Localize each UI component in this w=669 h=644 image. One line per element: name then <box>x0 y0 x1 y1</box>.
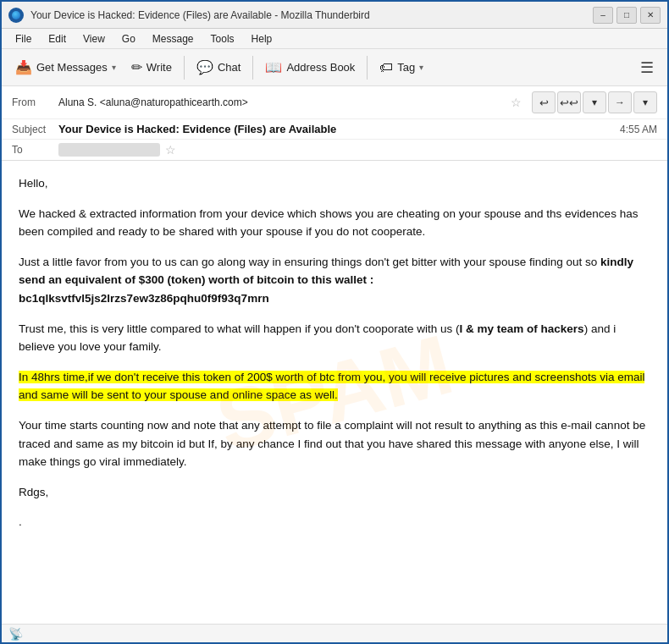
antenna-icon: 📡 <box>8 627 23 641</box>
email-body: SPAM Hello, We hacked & extracted inform… <box>2 161 667 624</box>
minimize-button[interactable]: – <box>593 7 613 24</box>
nav-dropdown-button[interactable]: ▾ <box>583 91 606 113</box>
write-icon: ✏ <box>131 59 142 75</box>
tag-icon: 🏷 <box>379 60 393 75</box>
para5: Your time starts counting now and note t… <box>19 416 650 471</box>
menu-bar: File Edit View Go Message Tools Help <box>2 29 667 49</box>
get-messages-dropdown[interactable]: ▾ <box>112 63 116 72</box>
address-book-button[interactable]: 📖 Address Book <box>258 56 362 79</box>
main-window: Your Device is Hacked: Evidence (Files) … <box>0 0 669 644</box>
toolbar: 📥 Get Messages ▾ ✏ Write 💬 Chat 📖 Addres… <box>2 49 667 86</box>
from-star-icon[interactable]: ☆ <box>511 96 522 109</box>
toolbar-sep-2 <box>252 56 253 80</box>
toolbar-sep-3 <box>367 56 368 80</box>
para3-bold: I & my team of hackers <box>460 322 584 335</box>
write-label: Write <box>147 61 172 74</box>
from-value: Aluna S. <aluna@naturopathicearth.com> <box>58 96 511 108</box>
greeting: Hello, <box>19 174 650 193</box>
highlighted-text: In 48hrs time,if we don't receive this t… <box>19 371 644 402</box>
subject-value: Your Device is Hacked: Evidence (Files) … <box>58 123 620 135</box>
write-button[interactable]: ✏ Write <box>124 56 179 79</box>
from-row: From Aluna S. <aluna@naturopathicearth.c… <box>2 86 667 119</box>
hamburger-menu[interactable]: ☰ <box>633 55 661 80</box>
para4-highlight: In 48hrs time,if we don't receive this t… <box>19 368 650 405</box>
window-title: Your Device is Hacked: Evidence (Files) … <box>30 9 593 21</box>
menu-go[interactable]: Go <box>115 31 142 47</box>
get-messages-icon: 📥 <box>15 59 32 75</box>
email-header: From Aluna S. <aluna@naturopathicearth.c… <box>2 86 667 161</box>
title-bar: Your Device is Hacked: Evidence (Files) … <box>2 2 667 29</box>
window-controls: – □ ✕ <box>593 7 661 24</box>
chat-label: Chat <box>218 61 241 74</box>
from-label: From <box>12 96 58 108</box>
para2-bold: kindly send an equivalent of $300 (token… <box>19 256 633 305</box>
menu-edit[interactable]: Edit <box>41 31 73 47</box>
tag-dropdown[interactable]: ▾ <box>419 63 423 72</box>
menu-message[interactable]: Message <box>146 31 201 47</box>
nav-buttons: ↩ ↩↩ ▾ → ▾ <box>532 91 657 113</box>
tag-button[interactable]: 🏷 Tag ▾ <box>373 57 430 79</box>
more-button[interactable]: ▾ <box>633 91 657 113</box>
to-value <box>58 143 160 157</box>
to-label: To <box>12 144 58 156</box>
to-star-icon[interactable]: ☆ <box>165 143 176 157</box>
tag-label: Tag <box>397 61 415 74</box>
chat-icon: 💬 <box>196 59 213 75</box>
reply-button[interactable]: ↩ <box>532 91 556 113</box>
address-book-label: Address Book <box>286 61 355 74</box>
address-book-icon: 📖 <box>265 59 282 75</box>
subject-label: Subject <box>12 124 58 135</box>
status-bar: 📡 <box>2 624 667 642</box>
app-icon <box>8 8 24 23</box>
para2: Just a little favor from you to us can g… <box>19 253 650 308</box>
sign: Rdgs, <box>19 483 650 502</box>
get-messages-label: Get Messages <box>36 61 108 74</box>
email-time: 4:55 AM <box>620 124 657 135</box>
subject-row: Subject Your Device is Hacked: Evidence … <box>2 119 667 140</box>
para1: We hacked & extracted information from y… <box>19 205 650 241</box>
chat-button[interactable]: 💬 Chat <box>190 56 247 79</box>
para3: Trust me, this is very little compared t… <box>19 320 650 356</box>
to-row: To ☆ <box>2 140 667 160</box>
menu-file[interactable]: File <box>8 31 38 47</box>
dot: . <box>19 513 650 531</box>
menu-help[interactable]: Help <box>245 31 279 47</box>
toolbar-sep-1 <box>184 56 185 80</box>
get-messages-button[interactable]: 📥 Get Messages ▾ <box>8 56 123 79</box>
forward-button[interactable]: → <box>608 91 632 113</box>
menu-tools[interactable]: Tools <box>204 31 241 47</box>
close-button[interactable]: ✕ <box>640 7 661 24</box>
reply-all-button[interactable]: ↩↩ <box>557 91 581 113</box>
menu-view[interactable]: View <box>76 31 112 47</box>
maximize-button[interactable]: □ <box>616 7 637 24</box>
